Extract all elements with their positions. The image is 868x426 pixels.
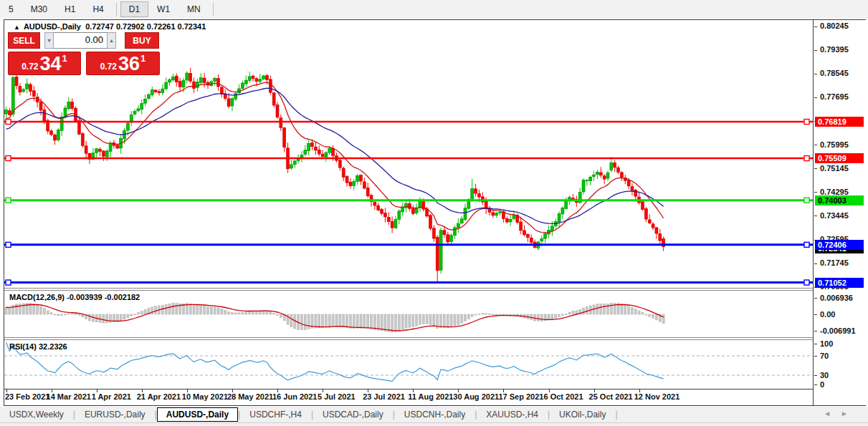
rsi-label: RSI(14) 32.2326 <box>9 342 67 351</box>
timeframe-button-mn[interactable]: MN <box>178 1 209 17</box>
date-label: 10 May 2021 <box>182 392 228 401</box>
sell-price-prefix: 0.72 <box>22 62 38 72</box>
date-label: 1 Apr 2021 <box>92 392 131 401</box>
rsi-tick-label: 70 <box>820 352 829 361</box>
tab-scroll-left-icon[interactable]: ◄ <box>824 410 841 417</box>
tab-scroll-arrows[interactable]: ◄► <box>824 410 858 417</box>
date-label: 11 Aug 2021 <box>408 392 453 401</box>
line-drag-handle <box>6 242 11 247</box>
line-drag-handle <box>804 156 809 161</box>
sell-price-display[interactable]: 0.72341 <box>8 52 81 75</box>
chart-tab-usdcnh-daily[interactable]: USDCNH-,Daily <box>395 408 474 421</box>
axis-tick-mark <box>814 26 817 27</box>
axis-tick-mark <box>814 375 817 376</box>
axis-tick-mark <box>814 331 817 331</box>
level-price-badge: 0.74003 <box>815 195 864 205</box>
level-price-badge: 0.76819 <box>815 117 864 127</box>
axis-tick-mark <box>814 384 817 385</box>
axis-tick-mark <box>814 216 817 216</box>
timeframe-toolbar: 5M30H1H4D1W1MN <box>0 0 868 19</box>
chart-tab-xauusd-h4[interactable]: XAUUSD-,H4 <box>477 408 548 421</box>
chart-tab-audusd-daily[interactable]: AUDUSD-,Daily <box>157 407 238 422</box>
date-label: 12 Nov 2021 <box>634 392 680 401</box>
timeframe-button-5[interactable]: 5 <box>0 1 22 17</box>
chart-tab-usdx-weekly[interactable]: USDX,Weekly <box>0 408 73 421</box>
axis-tick-mark <box>814 97 817 98</box>
price-tick-label: 0.79395 <box>820 45 849 54</box>
trading-terminal: 5M30H1H4D1W1MN ▲AUDUSD-,Daily 0.72747 0.… <box>0 0 868 426</box>
buy-price-big: 36 <box>118 54 140 74</box>
buy-price-display[interactable]: 0.72361 <box>86 52 160 75</box>
rsi-line <box>6 342 664 382</box>
lots-increase-button[interactable]: ▲ <box>107 32 116 49</box>
price-tick-label: 0.71745 <box>820 258 849 268</box>
sell-button[interactable]: SELL <box>8 32 40 49</box>
timeframe-button-d1[interactable]: D1 <box>120 1 148 17</box>
axis-tick-mark <box>814 344 817 344</box>
macd-pane[interactable]: MACD(12,26,9) -0.003939 -0.002182 <box>4 291 813 337</box>
chart-symbol-label: AUDUSD-,Daily <box>24 22 81 31</box>
candle-bodies <box>5 73 665 271</box>
chart-tab-bar: USDX,Weekly|EURUSD-,Daily|AUDUSD-,Daily|… <box>0 407 868 422</box>
timeframe-button-h1[interactable]: H1 <box>56 1 84 17</box>
price-tick-label: 0.78545 <box>820 69 849 78</box>
axis-tick-mark <box>814 192 817 193</box>
time-axis[interactable]: 23 Feb 202114 Mar 20211 Apr 202121 Apr 2… <box>4 389 813 405</box>
status-bar <box>0 422 868 426</box>
date-label: 14 Mar 2021 <box>47 392 91 401</box>
chart-tab-eurusd-daily[interactable]: EURUSD-,Daily <box>75 408 155 421</box>
rsi-pane[interactable]: RSI(14) 32.2326 <box>4 340 813 389</box>
line-drag-handle <box>6 156 11 161</box>
rsi-tick-label: 0 <box>820 380 824 389</box>
toolbar-separator <box>213 3 214 16</box>
timeframe-button-h4[interactable]: H4 <box>84 1 112 17</box>
date-label: 5 Jul 2021 <box>318 392 356 401</box>
date-label: 23 Jul 2021 <box>363 392 405 401</box>
lots-decrease-button[interactable]: ▼ <box>44 32 54 49</box>
line-drag-handle <box>804 242 809 247</box>
timeframe-button-m30[interactable]: M30 <box>22 1 56 17</box>
sell-price-big: 34 <box>40 54 62 74</box>
lots-input[interactable]: 0.00 <box>54 32 107 49</box>
macd-tick-label: -0.006991 <box>820 326 856 336</box>
level-price-badge: 0.71052 <box>815 278 864 288</box>
chart-title: ▲AUDUSD-,Daily 0.72747 0.72902 0.72261 0… <box>14 22 206 31</box>
date-label: 28 May 2021 <box>227 392 273 401</box>
rsi-tick-label: 100 <box>820 339 833 349</box>
buy-price-pip: 1 <box>140 53 146 64</box>
line-drag-handle <box>6 120 11 125</box>
axis-tick-mark <box>814 298 817 299</box>
line-drag-handle <box>6 280 11 285</box>
date-label: 17 Sep 2021 <box>498 392 543 401</box>
price-tick-label: 0.73445 <box>820 211 849 221</box>
level-price-badge: 0.72406 <box>815 240 864 250</box>
date-label: 25 Oct 2021 <box>589 392 633 401</box>
axis-tick-mark <box>814 314 817 315</box>
level-price-badge: 0.75509 <box>815 153 864 163</box>
horizontal-level-lines[interactable] <box>4 120 813 286</box>
price-axis[interactable]: 0.802450.793950.785450.776950.768450.759… <box>814 20 866 405</box>
buy-price-prefix: 0.72 <box>100 62 117 72</box>
chart-tab-usdchf-h4[interactable]: USDCHF-,H4 <box>240 408 311 421</box>
price-pane[interactable]: ▲AUDUSD-,Daily 0.72747 0.72902 0.72261 0… <box>4 20 813 288</box>
axis-tick-mark <box>814 263 817 264</box>
buy-button[interactable]: BUY <box>125 32 159 49</box>
chart-tab-usdcad-daily[interactable]: USDCAD-,Daily <box>313 408 393 421</box>
macd-tick-label: 0.006936 <box>820 294 853 303</box>
macd-label: MACD(12,26,9) -0.003939 -0.002182 <box>9 293 140 301</box>
macd-tick-label: 0.00 <box>820 310 835 319</box>
date-label: 16 Jun 2021 <box>272 392 317 401</box>
candle-wicks <box>6 68 664 282</box>
date-label: 6 Oct 2021 <box>544 392 583 401</box>
axis-tick-mark <box>814 145 817 145</box>
date-label: 23 Feb 2021 <box>5 392 49 401</box>
timeframe-button-w1[interactable]: W1 <box>148 1 178 17</box>
line-drag-handle <box>804 120 809 125</box>
one-click-trade-panel: SELL ▼ 0.00 ▲ BUY 0.72341 0.72361 <box>8 32 163 75</box>
collapse-panel-icon[interactable]: ▲ <box>14 24 20 31</box>
toolbar-separator <box>116 3 117 16</box>
tab-scroll-right-icon[interactable]: ► <box>841 410 858 417</box>
chart-tab-ukoil-daily[interactable]: UKOil-,Daily <box>550 408 615 421</box>
line-drag-handle <box>804 198 809 203</box>
date-label: 30 Aug 2021 <box>453 392 499 401</box>
